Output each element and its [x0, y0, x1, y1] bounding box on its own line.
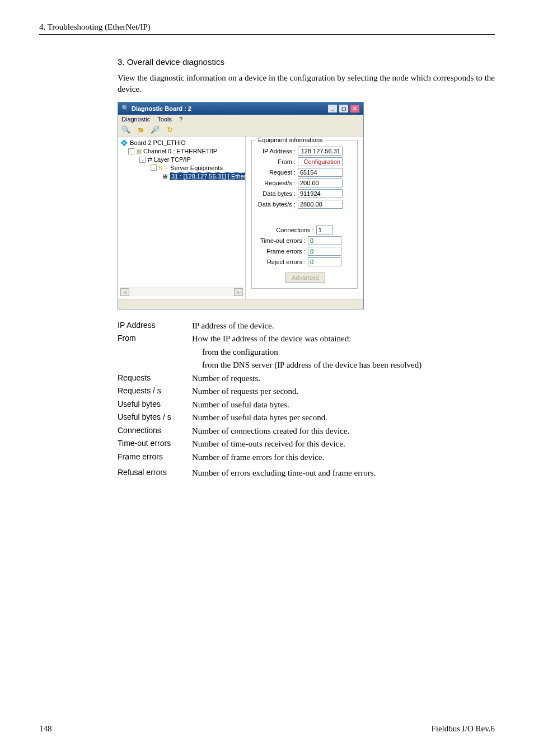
main-content: 3. Overall device diagnostics View the d… [118, 57, 495, 480]
connections-label: Connections : [276, 227, 316, 233]
window-title: Diagnostic Board : 2 [132, 105, 191, 112]
scroll-left-button[interactable]: ◀ [120, 288, 129, 296]
menu-bar: Diagnostic Tools ? [118, 115, 363, 124]
expander-icon[interactable]: - [128, 148, 134, 154]
status-bar [118, 299, 363, 309]
tree-node-board[interactable]: 💠 Board 2 PCI_ETHIO [120, 139, 243, 147]
toolbar: 🔍 ᴓ 🔎 ↻ [118, 124, 363, 137]
def-val-frameerr: Number of frame errors for this device. [192, 451, 495, 464]
def-val-from-sub1: from the configuration [202, 346, 495, 359]
def-val-requestss: Number of requests per second. [192, 385, 495, 398]
expander-icon[interactable]: - [151, 165, 157, 171]
window-buttons: _ ▢ ✕ [327, 104, 360, 113]
magnify-alt-icon[interactable]: 🔎 [151, 125, 160, 134]
device-icon: 🖥 [162, 173, 168, 180]
timeout-label: Time-out errors : [257, 237, 308, 244]
main-pane: 💠 Board 2 PCI_ETHIO - ▦ Channel 0 : ETHE… [118, 137, 363, 299]
maximize-button[interactable]: ▢ [339, 104, 349, 113]
refresh-icon[interactable]: ↻ [165, 125, 174, 134]
ip-label: IP Address : [257, 148, 298, 154]
def-term-connections: Connections [118, 425, 192, 438]
request-value: 65154 [298, 168, 343, 177]
requests-label: Request/s : [257, 180, 298, 186]
diagnostic-window: 🔍 Diagnostic Board : 2 _ ▢ ✕ Diagnostic … [118, 102, 364, 309]
intro-text: View the diagnostic information on a dev… [118, 72, 495, 95]
board-icon: 💠 [120, 139, 128, 147]
from-label: From : [257, 158, 298, 165]
minimize-button[interactable]: _ [327, 104, 338, 113]
horizontal-scrollbar[interactable]: ◀ ▶ [120, 288, 243, 297]
definitions-table: IP AddressIP address of the device. From… [118, 320, 495, 480]
window-titlebar[interactable]: 🔍 Diagnostic Board : 2 _ ▢ ✕ [118, 102, 363, 115]
def-term-from: From [118, 332, 192, 345]
rejecterr-label: Reject errors : [257, 259, 308, 265]
def-term-usefulbytess: Useful bytes / s [118, 411, 192, 424]
databytess-value: 2800.00 [298, 200, 343, 209]
def-val-connections: Number of connections created for this d… [192, 425, 495, 438]
from-value: Configuration [298, 157, 343, 166]
groupbox-legend: Equipment informations [256, 137, 325, 143]
doc-title: Fieldbus I/O Rev.6 [431, 724, 495, 734]
def-term-usefulbytes: Useful bytes [118, 398, 192, 411]
def-val-from: How the IP address of the device was obt… [192, 332, 495, 345]
tree-node-server[interactable]: - S→ Server Equipments [151, 164, 243, 172]
def-val-from-sub2: from the DNS server (IP address of the d… [202, 359, 495, 372]
close-button[interactable]: ✕ [350, 104, 360, 113]
def-val-ip: IP address of the device. [192, 320, 495, 332]
def-term-ip: IP Address [118, 320, 192, 332]
requests-value: 200.00 [298, 179, 343, 187]
def-term-requests: Requests [118, 372, 192, 385]
frameerr-value: 0 [308, 247, 341, 256]
expander-icon[interactable]: - [139, 157, 146, 163]
channel-icon: ▦ [136, 148, 142, 155]
def-val-timeout: Number of time-outs received for this de… [192, 438, 495, 450]
page-footer: 148 Fieldbus I/O Rev.6 [39, 724, 495, 734]
tree-pane: 💠 Board 2 PCI_ETHIO - ▦ Channel 0 : ETHE… [118, 137, 246, 299]
rejecterr-value: 0 [308, 257, 341, 266]
connections-value: 1 [316, 226, 333, 234]
def-val-usefulbytes: Number of useful data bytes. [192, 398, 495, 411]
page-header: 4. Troubleshooting (EtherNet/IP) [39, 22, 495, 35]
def-val-requests: Number of requests. [192, 372, 495, 385]
magnify-strike-icon[interactable]: ᴓ [136, 125, 145, 134]
tree-node-layer[interactable]: - ⇄ Layer TCP/IP [139, 156, 243, 164]
def-term-timeout: Time-out errors [118, 438, 192, 450]
scroll-track[interactable] [129, 288, 234, 296]
request-label: Request : [257, 169, 298, 176]
frameerr-label: Frame errors : [257, 248, 308, 255]
tree-node-device-selected[interactable]: 🖥 31 : [128.127.56.31] [ EtherN [162, 172, 243, 181]
equipment-groupbox: Equipment informations IP Address :128.1… [251, 140, 358, 289]
databytes-label: Data bytes : [257, 190, 298, 197]
app-icon: 🔍 [121, 105, 129, 112]
layer-icon: ⇄ [147, 156, 152, 163]
menu-tools[interactable]: Tools [157, 116, 172, 123]
header-text: 4. Troubleshooting (EtherNet/IP) [39, 22, 151, 31]
timeout-value: 0 [308, 236, 341, 245]
ip-value: 128.127.56.31 [298, 147, 343, 156]
scroll-right-button[interactable]: ▶ [234, 288, 243, 296]
info-pane: Equipment informations IP Address :128.1… [246, 137, 363, 299]
magnify-icon[interactable]: 🔍 [121, 125, 130, 134]
menu-help[interactable]: ? [179, 116, 182, 123]
menu-diagnostic[interactable]: Diagnostic [121, 116, 150, 123]
def-term-frameerr: Frame errors [118, 451, 192, 464]
def-term-requestss: Requests / s [118, 385, 192, 398]
def-val-refusal: Number of errors excluding time-out and … [192, 467, 495, 480]
tree-node-channel[interactable]: - ▦ Channel 0 : ETHERNET/IP [128, 147, 243, 156]
section-title: 3. Overall device diagnostics [118, 57, 495, 67]
def-term-refusal: Refusal errors [118, 467, 192, 480]
page-number: 148 [39, 724, 52, 734]
def-val-usefulbytess: Number of useful data bytes per second. [192, 411, 495, 424]
advanced-button[interactable]: Advanced [285, 273, 325, 283]
databytes-value: 911924 [298, 189, 343, 198]
server-icon: S→ [158, 165, 168, 171]
databytess-label: Data bytes/s : [257, 201, 298, 208]
